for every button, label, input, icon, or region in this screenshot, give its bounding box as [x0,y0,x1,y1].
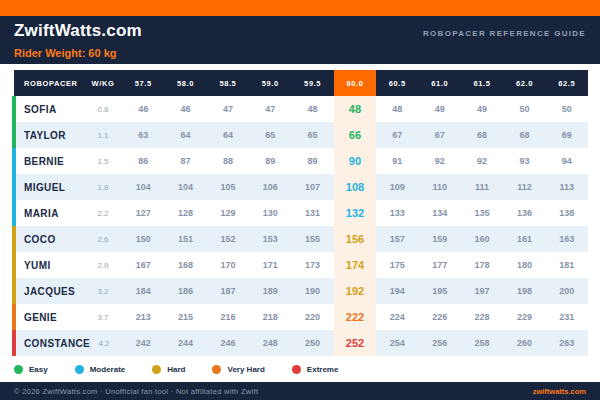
watts-cell: 49 [461,96,503,122]
watts-cell: 163 [546,226,588,252]
watts-cell: 68 [461,122,503,148]
watts-cell: 150 [122,226,164,252]
column-header-weight-57.5: 57.5 [122,70,164,96]
watts-cell: 65 [291,122,333,148]
legend-item-extreme: Extreme [292,365,339,374]
watts-cell: 244 [164,330,206,356]
watts-cell: 258 [461,330,503,356]
rider-wkg: 3.2 [86,278,122,304]
watts-cell: 224 [376,304,418,330]
watts-cell: 110 [419,174,461,200]
watts-cell: 86 [122,148,164,174]
column-header-weight-61.5: 61.5 [461,70,503,96]
watts-cell-highlight: 156 [334,226,376,252]
column-header-weight-58.0: 58.0 [164,70,206,96]
rider-name: SOFIA [14,96,86,122]
rider-wkg: 1.1 [86,122,122,148]
watts-cell: 198 [503,278,545,304]
page-footer: © 2026 ZwiftWatts.com · Unofficial fan t… [0,382,600,400]
watts-cell: 47 [249,96,291,122]
watts-cell: 92 [419,148,461,174]
table-row-yumi: YUMI2.9167168170171173174175177178180181 [14,252,588,278]
top-accent-bar [0,0,600,16]
watts-cell: 131 [291,200,333,226]
page: ZwiftWatts.com Rider Weight: 60 kg ROBOP… [0,0,600,400]
watts-cell: 177 [419,252,461,278]
column-header-weight-62.5: 62.5 [546,70,588,96]
watts-cell: 48 [291,96,333,122]
watts-cell: 105 [207,174,249,200]
legend-item-easy: Easy [14,365,48,374]
watts-cell: 171 [249,252,291,278]
watts-cell: 215 [164,304,206,330]
watts-cell: 248 [249,330,291,356]
watts-cell: 189 [249,278,291,304]
watts-cell: 250 [291,330,333,356]
rider-wkg: 2.6 [86,226,122,252]
table-row-maria: MARIA2.212712812913013113213313413513613… [14,200,588,226]
column-header-weight-59.5: 59.5 [291,70,333,96]
watts-cell: 111 [461,174,503,200]
watts-cell: 49 [419,96,461,122]
watts-cell: 87 [164,148,206,174]
watts-cell: 91 [376,148,418,174]
column-header-weight-58.5: 58.5 [207,70,249,96]
page-header: ZwiftWatts.com Rider Weight: 60 kg ROBOP… [0,16,600,64]
table-row-coco: COCO2.6150151152153155156157159160161163 [14,226,588,252]
table-row-taylor: TAYLOR1.16364646565666767686869 [14,122,588,148]
watts-cell: 213 [122,304,164,330]
zone-legend: EasyModerateHardVery HardExtreme [0,356,600,382]
watts-cell-highlight: 66 [334,122,376,148]
watts-cell: 153 [249,226,291,252]
watts-cell: 63 [122,122,164,148]
watts-cell: 104 [122,174,164,200]
watts-cell-highlight: 108 [334,174,376,200]
watts-cell: 48 [376,96,418,122]
watts-cell: 242 [122,330,164,356]
watts-cell: 184 [122,278,164,304]
watts-cell: 67 [419,122,461,148]
watts-cell: 218 [249,304,291,330]
watts-cell: 152 [207,226,249,252]
column-header-weight-61.0: 61.0 [419,70,461,96]
column-header-weight-60.5: 60.5 [376,70,418,96]
watts-cell: 64 [207,122,249,148]
watts-cell: 155 [291,226,333,252]
table-row-genie: GENIE3.721321521621822022222422622822923… [14,304,588,330]
watts-cell-highlight: 48 [334,96,376,122]
watts-cell: 260 [503,330,545,356]
watts-cell-highlight: 192 [334,278,376,304]
watts-cell: 109 [376,174,418,200]
watts-cell: 47 [207,96,249,122]
rider-wkg: 1.5 [86,148,122,174]
watts-cell: 112 [503,174,545,200]
watts-cell-highlight: 90 [334,148,376,174]
watts-cell-highlight: 252 [334,330,376,356]
rider-name: MARIA [14,200,86,226]
watts-cell: 89 [249,148,291,174]
legend-dot-moderate-icon [75,365,84,374]
watts-cell: 134 [419,200,461,226]
watts-cell: 263 [546,330,588,356]
watts-cell: 246 [207,330,249,356]
rider-wkg: 3.7 [86,304,122,330]
watts-cell: 94 [546,148,588,174]
watts-cell: 89 [291,148,333,174]
rider-name: MIGUEL [14,174,86,200]
watts-cell: 161 [503,226,545,252]
column-header-weight-59.0: 59.0 [249,70,291,96]
column-header-weight-62.0: 62.0 [503,70,545,96]
watts-cell: 175 [376,252,418,278]
watts-cell: 46 [164,96,206,122]
site-logo: ZwiftWatts.com [14,21,142,41]
footer-site-link[interactable]: zwiftwatts.com [533,387,586,396]
watts-cell: 93 [503,148,545,174]
legend-item-very-hard: Very Hard [212,365,264,374]
watts-cell: 135 [461,200,503,226]
column-header-robopacer: ROBOPACER [14,70,86,96]
watts-cell: 178 [461,252,503,278]
column-header-weight-60.0: 60.0 [334,70,376,96]
watts-cell: 228 [461,304,503,330]
legend-label: Hard [167,365,185,374]
watts-cell-highlight: 132 [334,200,376,226]
